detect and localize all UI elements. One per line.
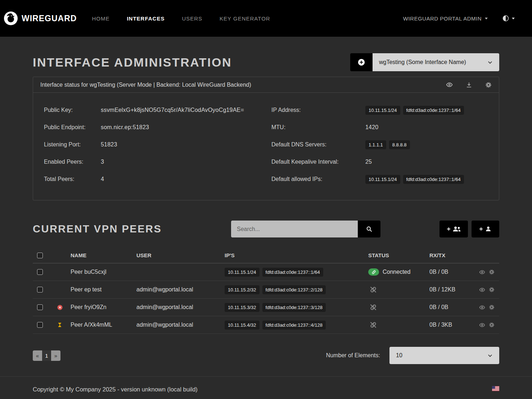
peer-ip-badge: 10.11.15.3/32 [225,303,260,312]
peer-ip-badge: fdfd:d3ad:c0de:1237::3/128 [262,303,326,312]
peer-row: Peer fryiO9Zn admin@wgportal.local 10.11… [33,299,499,316]
peer-name: Peer A/Xk4mML [71,322,136,328]
pagination-current-page[interactable]: 1 [42,350,51,361]
person-icon [485,226,492,232]
field-enabled-peers: Enabled Peers: 3 [44,153,261,171]
header-status: STATUS [368,252,429,258]
field-listening-port: Listening Port: 51823 [44,136,261,153]
peer-view-button[interactable] [479,269,485,275]
field-value: 51823 [101,141,117,148]
select-all-checkbox[interactable] [37,253,43,258]
field-label: IP Address: [271,107,365,113]
peer-settings-button[interactable] [489,322,495,328]
user-menu[interactable]: WIREGUARD PORTAL ADMIN [403,15,488,22]
peer-ip-badge: 10.11.15.1/24 [225,268,260,277]
header-rxtx: RX/TX [429,252,479,258]
search-input[interactable] [231,221,358,237]
add-peer-buttons [439,221,499,237]
field-label: Listening Port: [44,141,101,148]
elements-select-value: 10 [396,352,402,359]
link-slash-icon [370,304,377,311]
peers-table-header: NAME USER IP'S STATUS RX/TX [33,248,499,263]
gear-icon[interactable] [485,81,492,88]
chevron-down-icon [487,60,493,65]
circle-half-icon [502,15,509,22]
interface-status-card: Interface status for wgTesting (Server M… [33,77,499,200]
caret-down-icon [485,18,488,19]
add-interface-button[interactable] [350,53,373,71]
field-keepalive: Default Keepalive Interval: 25 [271,153,488,171]
field-label: Public Key: [44,107,101,113]
brand-text: WIREGUARD [22,14,77,23]
chevron-down-icon [487,353,493,358]
nav-item-interfaces[interactable]: INTERFACES [127,15,164,22]
page-footer: Copyright © My Company 2025 - version un… [0,376,532,393]
peer-user: admin@wgportal.local [136,304,225,310]
peer-settings-button[interactable] [489,304,495,310]
plus-icon [479,227,483,231]
pagination-next-button[interactable]: » [51,350,60,361]
nav-item-home[interactable]: HOME [92,15,109,22]
top-navbar: WIREGUARD HOME INTERFACES USERS KEY GENE… [0,0,532,37]
page-header: INTERFACE ADMINISTRATION wgTesting (Some… [33,53,499,71]
pagination-prev-button[interactable]: « [33,350,42,361]
interface-select[interactable]: wgTesting (Some Interface Name) [373,53,499,71]
field-label: Enabled Peers: [44,159,101,165]
interface-controls: wgTesting (Some Interface Name) [350,53,499,71]
field-public-endpoint: Public Endpoint: som.nicr.ep:51823 [44,119,261,136]
field-label: Default Keepalive Interval: [271,159,365,165]
peer-rxtx: 0B / 0B [429,269,479,275]
interface-status-card-header: Interface status for wgTesting (Server M… [33,77,499,93]
add-peer-button[interactable] [472,221,499,237]
add-multiple-peers-button[interactable] [439,221,468,237]
copyright-text: Copyright © My Company 2025 - version un… [33,386,198,393]
peer-checkbox[interactable] [37,269,43,275]
field-value: 3 [101,159,104,165]
field-value: ssvmEelxG+k8jsNO5G7cq5r/Ak7liCodAvOyoCg1… [101,107,244,113]
download-icon[interactable] [466,81,472,88]
field-value: som.nicr.ep:51823 [101,124,149,131]
peer-ip-badge: fdfd:d3ad:c0de:1237::2/128 [262,285,326,294]
allowed-ip-badge: 10.11.15.1/24 [365,175,400,184]
field-label: MTU: [271,124,365,131]
field-value: 1420 [365,124,378,131]
peer-settings-button[interactable] [489,287,495,293]
peers-table: NAME USER IP'S STATUS RX/TX Peer buC5cxj… [33,248,499,334]
plus-circle-icon [357,58,365,66]
nav-item-key-generator[interactable]: KEY GENERATOR [220,15,270,22]
field-label: Default DNS Servers: [271,141,365,148]
pagination: « 1 » [33,350,60,361]
us-flag-icon[interactable] [492,386,499,391]
peer-view-button[interactable] [479,322,485,328]
header-name: NAME [71,252,136,258]
elements-select[interactable]: 10 [389,347,499,364]
allowed-ip-badge: fdfd:d3ad:c0de:1237::1/64 [403,175,464,184]
peers-header: CURRENT VPN PEERS [33,221,499,237]
people-icon [452,225,461,233]
status-column-right: IP Address: 10.11.15.1/24 fdfd:d3ad:c0de… [271,101,488,188]
field-allowed-ips: Default allowed IPs: 10.11.15.1/24 fdfd:… [271,171,488,188]
peer-ip-badge: fdfd:d3ad:c0de:1237::1/64 [262,268,323,277]
search-group [231,221,380,237]
peer-checkbox[interactable] [37,322,43,328]
peer-view-button[interactable] [479,304,485,310]
brand-link[interactable]: WIREGUARD [4,11,77,26]
eye-icon[interactable] [446,81,453,88]
navbar-right: WIREGUARD PORTAL ADMIN [403,15,515,22]
search-button[interactable] [358,221,380,237]
peer-checkbox[interactable] [37,304,43,310]
peer-view-button[interactable] [479,287,485,293]
peer-row: Peer ep test admin@wgportal.local 10.11.… [33,281,499,299]
table-footer: « 1 » Number of Elements: 10 [33,347,499,364]
interface-status-body: Public Key: ssvmEelxG+k8jsNO5G7cq5r/Ak7l… [33,93,499,200]
field-label: Public Endpoint: [44,124,101,131]
link-icon [368,268,379,276]
peer-checkbox[interactable] [37,287,43,293]
status-column-left: Public Key: ssvmEelxG+k8jsNO5G7cq5r/Ak7l… [44,101,261,188]
theme-toggle[interactable] [502,15,515,22]
main-nav: HOME INTERFACES USERS KEY GENERATOR [92,15,270,22]
peer-settings-button[interactable] [489,269,495,275]
peer-ip-badge: 10.11.15.2/32 [225,285,260,294]
nav-item-users[interactable]: USERS [182,15,202,22]
field-value: 25 [365,159,372,165]
